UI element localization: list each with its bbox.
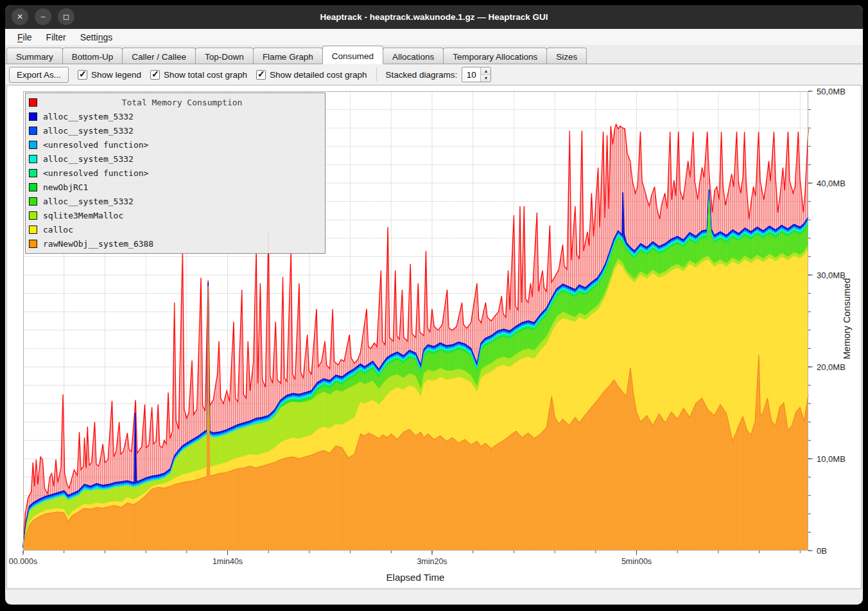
spinner-down-icon[interactable]: ▼ xyxy=(481,75,490,82)
legend-item-label: <unresolved function> xyxy=(43,168,148,178)
toolbar-separator xyxy=(376,68,377,81)
menu-file[interactable]: File xyxy=(12,30,38,44)
legend-item-label: calloc xyxy=(43,225,73,235)
maximize-button[interactable]: ◻ xyxy=(58,8,74,25)
svg-text:40,0MB: 40,0MB xyxy=(817,179,846,188)
menu-settings[interactable]: Settings xyxy=(74,30,119,44)
checkbox-icon[interactable]: ✓ xyxy=(150,70,160,80)
legend-item: sqlite3MemMalloc xyxy=(29,208,321,222)
legend-item-label: sqlite3MemMalloc xyxy=(43,211,123,220)
svg-text:0B: 0B xyxy=(817,546,827,556)
tab-consumed[interactable]: Consumed xyxy=(322,46,383,64)
legend-item: alloc__system_5332 xyxy=(29,109,321,123)
legend-item-label: rawNewObj__system_6388 xyxy=(43,239,153,249)
close-button[interactable]: ✕ xyxy=(12,8,28,25)
legend-swatch xyxy=(29,197,37,206)
checkbox-label: Show legend xyxy=(91,70,141,80)
legend-item-label: alloc__system_5332 xyxy=(43,112,134,121)
checkbox-show-legend[interactable]: ✓Show legend xyxy=(78,70,141,80)
legend-item: <unresolved function> xyxy=(29,137,321,152)
legend-swatch xyxy=(29,112,37,121)
legend-title-row: Total Memory Consumption xyxy=(29,95,321,109)
legend-swatch xyxy=(29,183,37,191)
checkbox-icon[interactable]: ✓ xyxy=(256,70,266,80)
y-axis-title: Memory Consumed xyxy=(842,267,852,370)
svg-text:1min40s: 1min40s xyxy=(213,557,243,566)
window-title: Heaptrack - heaptrack.wakunode.1.gz — He… xyxy=(5,12,863,22)
legend-swatch xyxy=(29,141,37,149)
toolbar: Export As... ✓Show legend✓Show total cos… xyxy=(5,64,863,85)
svg-text:3min20s: 3min20s xyxy=(417,557,447,566)
legend-swatch xyxy=(29,127,37,135)
legend-swatch xyxy=(29,98,37,107)
checkbox-icon[interactable]: ✓ xyxy=(78,70,87,80)
stacked-diagrams-spinner[interactable]: 10 ▲ ▼ xyxy=(462,67,491,82)
minimize-button[interactable]: – xyxy=(35,8,51,25)
legend-item-label: alloc__system_5332 xyxy=(43,126,134,136)
tab-caller-callee[interactable]: Caller / Callee xyxy=(122,48,196,64)
svg-text:00.000s: 00.000s xyxy=(9,557,37,566)
x-axis-title: Elapsed Time xyxy=(223,572,608,583)
legend-item: rawNewObj__system_6388 xyxy=(29,236,321,251)
legend-item: alloc__system_5332 xyxy=(29,152,321,166)
spinner-up-icon[interactable]: ▲ xyxy=(481,67,490,75)
checkbox-show-detailed-cost-graph[interactable]: ✓Show detailed cost graph xyxy=(256,70,367,80)
legend-item: alloc__system_5332 xyxy=(29,194,321,208)
tab-bottom-up[interactable]: Bottom-Up xyxy=(62,48,123,64)
legend-item-label: alloc__system_5332 xyxy=(43,154,134,164)
checkbox-show-total-cost-graph[interactable]: ✓Show total cost graph xyxy=(150,70,247,80)
app-window: ✕–◻ Heaptrack - heaptrack.wakunode.1.gz … xyxy=(5,5,863,605)
legend-swatch xyxy=(29,240,37,248)
legend-item-label: alloc__system_5332 xyxy=(43,197,134,206)
tab-bar: SummaryBottom-UpCaller / CalleeTop-DownF… xyxy=(5,46,863,64)
export-as-button[interactable]: Export As... xyxy=(9,67,69,83)
svg-text:10,0MB: 10,0MB xyxy=(817,454,846,464)
consumed-chart-panel: 00.000s1min40s3min20s5min00s0B10,0MB20,0… xyxy=(6,85,862,589)
legend-item: alloc__system_5332 xyxy=(29,123,321,137)
legend-item-label: <unresolved function> xyxy=(43,140,148,150)
legend-swatch xyxy=(29,211,37,220)
legend-swatch xyxy=(29,155,37,163)
legend-title: Total Memory Consumption xyxy=(43,98,321,107)
legend-swatch xyxy=(29,169,37,177)
legend-item: newObjRC1 xyxy=(29,180,321,194)
menubar: FileFilterSettings xyxy=(5,29,863,46)
tab-sizes[interactable]: Sizes xyxy=(546,48,587,64)
tab-top-down[interactable]: Top-Down xyxy=(195,48,254,64)
tab-allocations[interactable]: Allocations xyxy=(383,48,444,64)
titlebar[interactable]: ✕–◻ Heaptrack - heaptrack.wakunode.1.gz … xyxy=(5,5,863,29)
legend-item: calloc xyxy=(29,222,321,236)
checkbox-label: Show total cost graph xyxy=(164,70,247,80)
menu-filter[interactable]: Filter xyxy=(40,30,72,44)
stacked-diagrams-label: Stacked diagrams: xyxy=(386,70,458,80)
svg-text:5min00s: 5min00s xyxy=(621,557,652,566)
legend-item-label: newObjRC1 xyxy=(43,182,88,192)
legend-swatch xyxy=(29,226,37,234)
window-controls: ✕–◻ xyxy=(12,8,74,25)
svg-text:50,0MB: 50,0MB xyxy=(817,87,846,96)
stacked-diagrams-value: 10 xyxy=(462,67,480,82)
tab-summary[interactable]: Summary xyxy=(6,48,63,64)
tab-temporary-allocations[interactable]: Temporary Allocations xyxy=(443,48,547,64)
legend-item: <unresolved function> xyxy=(29,166,321,180)
tab-flame-graph[interactable]: Flame Graph xyxy=(253,48,323,64)
chart-legend: Total Memory Consumptionalloc__system_53… xyxy=(25,93,326,254)
checkbox-label: Show detailed cost graph xyxy=(270,70,367,80)
